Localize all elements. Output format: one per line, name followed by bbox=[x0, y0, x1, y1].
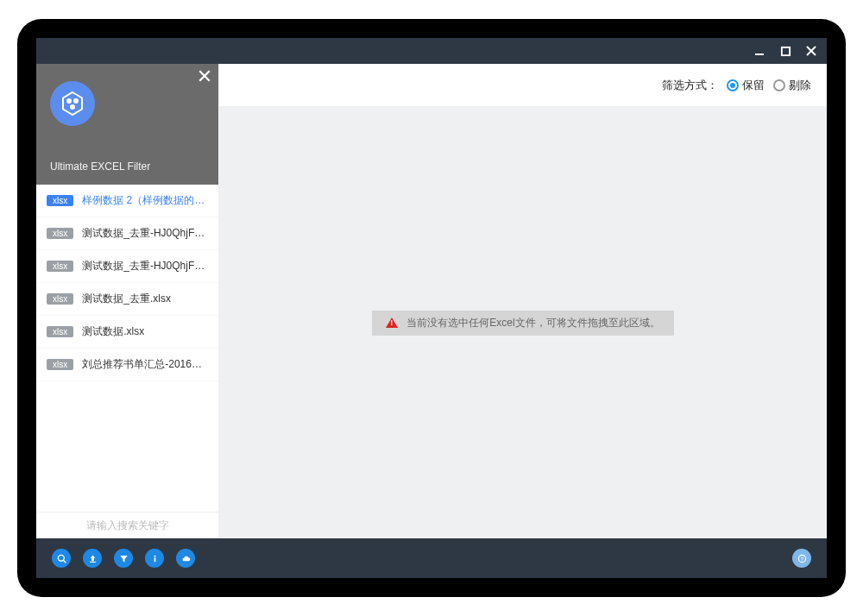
file-type-badge: xlsx bbox=[47, 195, 73, 206]
file-label: 测试数据_去重-HJ0QhjFkW... bbox=[82, 226, 208, 241]
file-label: 测试数据_去重-HJ0QhjFkW.... bbox=[82, 259, 208, 273]
file-item[interactable]: xlsx 测试数据.xlsx bbox=[36, 316, 218, 349]
file-label: 刘总推荐书单汇总-2016年12... bbox=[82, 357, 208, 372]
body: Ultimate EXCEL Filter xlsx 样例数据 2（样例数据的前… bbox=[36, 64, 827, 538]
file-type-badge: xlsx bbox=[47, 326, 73, 337]
drop-zone[interactable]: 当前没有选中任何Excel文件，可将文件拖拽至此区域。 bbox=[219, 107, 827, 538]
warning-icon bbox=[386, 317, 398, 328]
search-input[interactable] bbox=[45, 519, 210, 531]
svg-point-8 bbox=[73, 98, 79, 104]
maximize-button[interactable] bbox=[777, 42, 794, 60]
app-frame: Ultimate EXCEL Filter xlsx 样例数据 2（样例数据的前… bbox=[17, 19, 846, 597]
footer-toolbar: ? bbox=[36, 538, 827, 578]
radio-keep[interactable]: 保留 bbox=[727, 78, 765, 93]
main-header: 筛选方式： 保留 剔除 bbox=[219, 64, 827, 107]
cloud-button[interactable] bbox=[176, 549, 195, 568]
svg-rect-12 bbox=[90, 561, 96, 562]
file-label: 测试数据_去重.xlsx bbox=[82, 292, 171, 306]
sidebar: Ultimate EXCEL Filter xlsx 样例数据 2（样例数据的前… bbox=[36, 64, 219, 538]
app-title: Ultimate EXCEL Filter bbox=[50, 160, 150, 173]
file-label: 测试数据.xlsx bbox=[82, 324, 144, 339]
file-item[interactable]: xlsx 测试数据_去重.xlsx bbox=[36, 283, 218, 316]
radio-dot-icon bbox=[727, 79, 739, 91]
radio-remove-label: 剔除 bbox=[789, 78, 811, 93]
filter-mode-label: 筛选方式： bbox=[662, 78, 718, 93]
file-type-badge: xlsx bbox=[47, 228, 73, 239]
svg-text:?: ? bbox=[800, 556, 803, 561]
minimize-button[interactable] bbox=[751, 42, 768, 60]
file-type-badge: xlsx bbox=[47, 261, 73, 272]
titlebar bbox=[36, 38, 827, 64]
help-button[interactable]: ? bbox=[792, 549, 811, 568]
upload-button[interactable] bbox=[83, 549, 102, 568]
svg-marker-6 bbox=[63, 92, 82, 115]
svg-rect-1 bbox=[781, 47, 789, 54]
svg-point-7 bbox=[66, 98, 72, 104]
file-item[interactable]: xlsx 测试数据_去重-HJ0QhjFkW.... bbox=[36, 250, 218, 283]
file-list: xlsx 样例数据 2（样例数据的前10... xlsx 测试数据_去重-HJ0… bbox=[36, 185, 218, 512]
svg-point-9 bbox=[70, 104, 75, 110]
empty-message: 当前没有选中任何Excel文件，可将文件拖拽至此区域。 bbox=[406, 316, 659, 330]
close-sidebar-button[interactable] bbox=[198, 69, 211, 86]
empty-banner: 当前没有选中任何Excel文件，可将文件拖拽至此区域。 bbox=[372, 311, 673, 336]
search-box bbox=[36, 512, 218, 538]
app-logo bbox=[50, 81, 95, 126]
svg-point-10 bbox=[58, 555, 64, 561]
sidebar-header: Ultimate EXCEL Filter bbox=[36, 64, 218, 185]
info-button[interactable] bbox=[145, 549, 164, 568]
file-item[interactable]: xlsx 刘总推荐书单汇总-2016年12... bbox=[36, 349, 218, 381]
svg-rect-14 bbox=[154, 557, 155, 562]
filter-button[interactable] bbox=[114, 549, 133, 568]
file-type-badge: xlsx bbox=[47, 359, 73, 370]
search-button[interactable] bbox=[52, 549, 71, 568]
radio-remove[interactable]: 剔除 bbox=[773, 78, 811, 93]
svg-line-11 bbox=[63, 560, 66, 563]
main-area: 筛选方式： 保留 剔除 当前没有选中任何Excel文件，可将文件拖拽至此区域。 bbox=[219, 64, 827, 538]
file-item[interactable]: xlsx 样例数据 2（样例数据的前10... bbox=[36, 185, 218, 217]
file-type-badge: xlsx bbox=[47, 293, 73, 305]
close-window-button[interactable] bbox=[803, 42, 820, 60]
svg-point-13 bbox=[154, 555, 155, 556]
file-label: 样例数据 2（样例数据的前10... bbox=[82, 193, 208, 208]
file-item[interactable]: xlsx 测试数据_去重-HJ0QhjFkW... bbox=[36, 217, 218, 250]
radio-dot-icon bbox=[773, 79, 785, 91]
window: Ultimate EXCEL Filter xlsx 样例数据 2（样例数据的前… bbox=[36, 38, 827, 578]
radio-keep-label: 保留 bbox=[742, 78, 765, 93]
